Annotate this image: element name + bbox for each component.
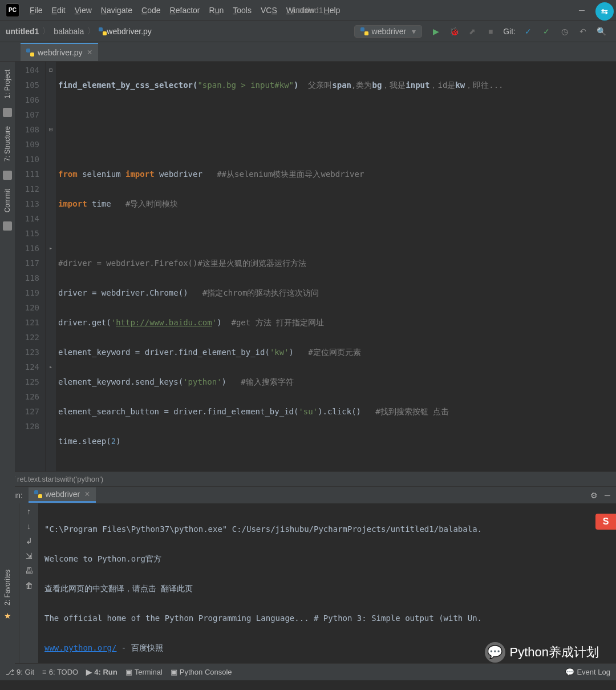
git-label: Git: — [503, 27, 516, 36]
terminal-icon: ▣ — [125, 668, 132, 676]
tool-project[interactable]: 1: Project — [3, 67, 11, 101]
structure-icon[interactable] — [3, 171, 12, 180]
minimize-button[interactable]: ─ — [570, 0, 593, 21]
svg-rect-7 — [38, 494, 42, 498]
run-panel-tab[interactable]: webdriver × — [29, 487, 96, 503]
svg-rect-5 — [30, 53, 34, 57]
run-button[interactable]: ▶ — [428, 23, 444, 39]
branch-icon: ⎇ — [6, 668, 14, 676]
svg-rect-3 — [364, 31, 368, 35]
wrap-icon[interactable]: ↲ — [26, 536, 33, 546]
menu-navigate[interactable]: Navigate — [96, 0, 137, 21]
tool-favorites[interactable]: 2: Favorites — [3, 567, 11, 608]
fold-mark[interactable]: ⊟ — [46, 122, 56, 137]
tool-structure[interactable]: 7: Structure — [3, 124, 11, 164]
left-tool-strip-bottom: 2: Favorites ★ — [0, 451, 15, 668]
breadcrumb-sep: 〉 — [42, 26, 50, 37]
close-icon[interactable]: × — [87, 47, 92, 58]
fold-mark[interactable]: ⊟ — [46, 63, 56, 78]
status-git[interactable]: ⎇9: Git — [6, 668, 34, 676]
up-arrow-icon[interactable]: ↑ — [27, 507, 31, 516]
menu-tools[interactable]: Tools — [228, 0, 256, 21]
console-output[interactable]: "C:\Program Files\Python37\python.exe" C… — [39, 503, 616, 663]
run-tab-label: webdriver — [46, 490, 80, 499]
python-icon — [99, 27, 107, 35]
search-button[interactable]: 🔍 — [593, 23, 609, 39]
debug-button[interactable]: 🐞 — [446, 23, 462, 39]
run-tool-window: Run: webdriver × ⚙ ─ ▶ ■ ⊞ 📌 ↑ ↓ ↲ ⇲ 🖶 🗑… — [0, 486, 616, 663]
wechat-icon: 💬 — [485, 642, 505, 663]
code-breadcrumb: if ret.text.startswith('python') — [0, 471, 616, 486]
python-icon — [34, 490, 42, 498]
watermark: 💬 Python养成计划 — [485, 642, 599, 663]
scroll-icon[interactable]: ⇲ — [26, 551, 33, 560]
list-icon: ≡ — [42, 668, 47, 676]
main-area: 1: Project 7: Structure Commit 104105106… — [0, 62, 616, 471]
tab-label: webdriver.py — [38, 48, 83, 57]
git-update-button[interactable]: ✓ — [520, 23, 536, 39]
fold-mark[interactable]: ▸ — [46, 241, 56, 256]
status-python-console[interactable]: ▣Python Console — [171, 668, 232, 676]
folder-icon[interactable] — [3, 108, 12, 117]
print-icon[interactable]: 🖶 — [25, 566, 33, 575]
python-console-icon: ▣ — [171, 668, 177, 676]
close-icon[interactable]: × — [84, 489, 90, 499]
commit-icon[interactable] — [3, 221, 12, 231]
title-bar: PC File Edit View Navigate Code Refactor… — [0, 0, 616, 21]
menu-refactor[interactable]: Refactor — [165, 0, 205, 21]
status-event-log[interactable]: 💬Event Log — [565, 668, 610, 676]
run-config-label: webdriver — [372, 27, 407, 36]
stop-button[interactable]: ■ — [483, 23, 499, 39]
breadcrumb-file[interactable]: webdriver.py — [107, 27, 152, 36]
breadcrumb-sep: 〉 — [87, 26, 95, 37]
status-terminal[interactable]: ▣Terminal — [125, 668, 163, 676]
tool-commit[interactable]: Commit — [3, 187, 11, 215]
play-icon: ▶ — [86, 668, 92, 676]
coverage-button[interactable]: ⬈ — [464, 23, 480, 39]
console-link[interactable]: www.python.org/ — [44, 643, 116, 652]
status-bar: ⎇9: Git ≡6: TODO ▶4: Run ▣Terminal ▣Pyth… — [0, 663, 616, 680]
trash-icon[interactable]: 🗑 — [25, 581, 33, 590]
status-run[interactable]: ▶4: Run — [86, 668, 117, 676]
bubble-icon: 💬 — [565, 668, 574, 676]
run-panel-header: Run: webdriver × ⚙ ─ — [0, 486, 616, 503]
svg-rect-0 — [99, 27, 103, 31]
app-icon: PC — [6, 3, 19, 17]
run-config-selector[interactable]: webdriver ▾ — [354, 25, 423, 38]
menu-run[interactable]: Run — [205, 0, 229, 21]
fold-column: ⊟ ⊟ ▸ ▸ — [46, 62, 56, 471]
window-title: untitled1 — [293, 6, 323, 15]
menu-view[interactable]: View — [70, 0, 96, 21]
down-arrow-icon[interactable]: ↓ — [27, 522, 31, 531]
menu-edit[interactable]: Edit — [47, 0, 70, 21]
editor-tab[interactable]: webdriver.py × — [21, 43, 98, 61]
menu-vcs[interactable]: VCS — [256, 0, 282, 21]
git-history-button[interactable]: ◷ — [557, 23, 573, 39]
navigation-bar: untitled1 〉 balabala 〉 webdriver.py webd… — [0, 21, 616, 42]
git-commit-button[interactable]: ✓ — [538, 23, 554, 39]
star-icon[interactable]: ★ — [4, 611, 11, 620]
editor-tabs: webdriver.py × — [0, 42, 616, 62]
run-panel-body: ▶ ■ ⊞ 📌 ↑ ↓ ↲ ⇲ 🖶 🗑 "C:\Program Files\Py… — [0, 503, 616, 663]
code-with-me-icon[interactable]: ⇆ — [595, 2, 614, 21]
sogou-ime-icon[interactable]: S — [595, 514, 616, 530]
chevron-down-icon: ▾ — [412, 27, 416, 36]
run-output-toolbar: ↑ ↓ ↲ ⇲ 🖶 🗑 — [19, 503, 39, 663]
menu-code[interactable]: Code — [137, 0, 165, 21]
watermark-text: Python养成计划 — [510, 644, 599, 661]
svg-rect-4 — [26, 49, 30, 53]
menu-file[interactable]: File — [25, 0, 47, 21]
minimize-panel-icon[interactable]: ─ — [605, 491, 610, 500]
breadcrumb-project[interactable]: untitled1 — [6, 27, 39, 36]
line-numbers: 1041051061071081091101111121131141151161… — [15, 62, 46, 471]
svg-rect-6 — [34, 490, 38, 494]
left-tool-strip: 1: Project 7: Structure Commit — [0, 62, 15, 471]
svg-rect-2 — [360, 27, 364, 31]
python-icon — [26, 49, 34, 57]
gear-icon[interactable]: ⚙ — [590, 491, 598, 500]
status-todo[interactable]: ≡6: TODO — [42, 668, 78, 676]
fold-mark[interactable]: ▸ — [46, 360, 56, 374]
breadcrumb-folder[interactable]: balabala — [54, 27, 84, 36]
git-rollback-button[interactable]: ↶ — [575, 23, 591, 39]
code-editor[interactable]: find_element_by_css_selector("span.bg > … — [56, 62, 616, 471]
